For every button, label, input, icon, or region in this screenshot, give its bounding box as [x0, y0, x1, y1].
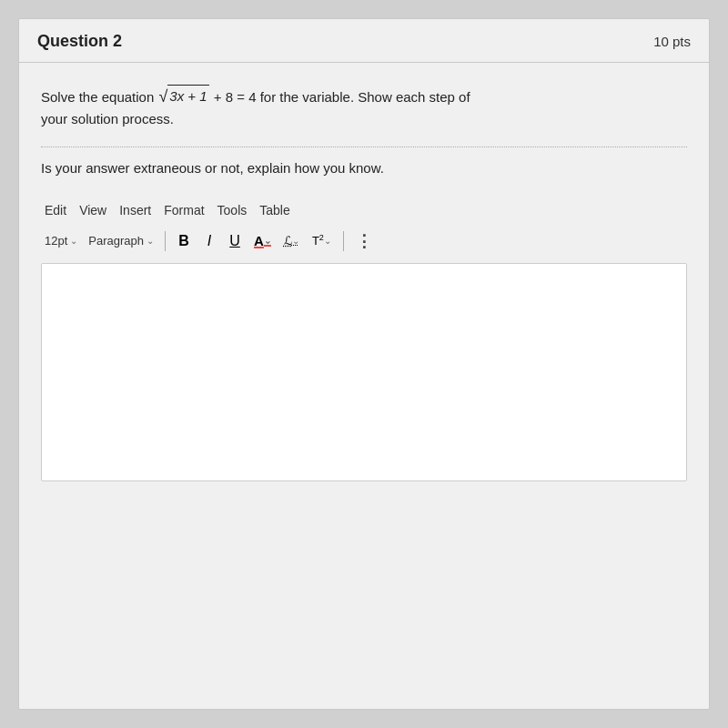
toolbar-separator-1 [165, 231, 166, 251]
menu-insert[interactable]: Insert [116, 201, 155, 219]
font-color-chevron-icon: ⌄ [264, 236, 271, 246]
underline-button[interactable]: U [224, 230, 246, 252]
font-size-dropdown[interactable]: 12pt ⌄ [41, 232, 81, 249]
font-size-chevron-icon: ⌄ [70, 236, 77, 246]
question-text-before: Solve the equation [41, 89, 157, 105]
follow-up-text: Is your answer extraneous or not, explai… [41, 160, 687, 176]
superscript-chevron-icon: ⌄ [324, 236, 331, 246]
editor-toolbar: 12pt ⌄ Paragraph ⌄ B I U A ⌄ ℒ [41, 225, 687, 259]
paragraph-chevron-icon: ⌄ [147, 236, 154, 246]
sqrt-expression: √3x + 1 [158, 85, 208, 107]
highlight-chevron-icon: ⌄ [292, 236, 299, 246]
question-title: Question 2 [37, 32, 122, 51]
font-color-button[interactable]: A ⌄ [249, 230, 276, 252]
editor-area[interactable] [41, 263, 687, 481]
sqrt-symbol: √ [158, 88, 167, 105]
paragraph-dropdown[interactable]: Paragraph ⌄ [85, 232, 157, 249]
equation-rest: + 8 = 4 for the variable. Show each step… [214, 89, 470, 105]
font-size-value: 12pt [45, 234, 67, 248]
question-text: Solve the equation √3x + 1 + 8 = 4 for t… [41, 85, 687, 130]
highlight-button[interactable]: ℒ ⌄ [279, 230, 304, 252]
menu-table[interactable]: Table [256, 201, 293, 219]
bold-button[interactable]: B [173, 230, 195, 252]
question-header: Question 2 10 pts [19, 19, 709, 63]
section-divider [41, 147, 687, 147]
menu-view[interactable]: View [76, 201, 110, 219]
toolbar-separator-2 [343, 231, 344, 251]
menu-edit[interactable]: Edit [41, 201, 70, 219]
question-body: Solve the equation √3x + 1 + 8 = 4 for t… [19, 63, 709, 496]
question-card: Question 2 10 pts Solve the equation √3x… [18, 18, 710, 710]
superscript-button[interactable]: T2 ⌄ [308, 230, 336, 252]
menu-format[interactable]: Format [160, 201, 207, 219]
question-points: 10 pts [653, 34, 691, 49]
paragraph-value: Paragraph [88, 234, 144, 248]
sqrt-content: 3x + 1 [167, 85, 208, 107]
editor-menubar: Edit View Insert Format Tools Table [41, 194, 687, 225]
more-options-button[interactable]: ⋮ [351, 230, 376, 252]
editor-wrapper [41, 263, 687, 481]
question-text-line2: your solution process. [41, 111, 174, 126]
italic-button[interactable]: I [198, 230, 220, 252]
menu-tools[interactable]: Tools [214, 201, 251, 219]
